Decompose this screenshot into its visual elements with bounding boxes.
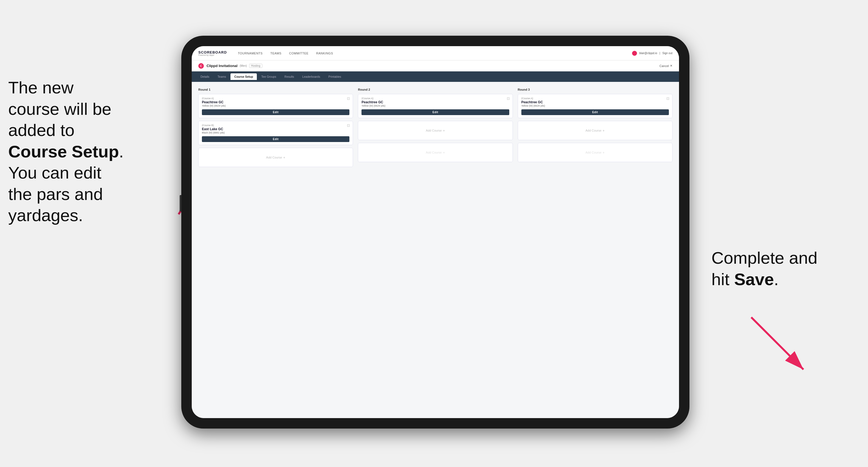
annotation-right-line1: Complete and	[711, 248, 817, 267]
round2-course-a-header: (Course A)	[362, 97, 509, 100]
tournament-title: Clippd Invitational	[207, 64, 238, 68]
round1-course-b-card: (Course B) East Lake GC Black (M) (6891 …	[198, 121, 353, 145]
sign-out-link[interactable]: Sign out	[662, 52, 673, 55]
nav-right-section: blair@clippd.io | Sign out	[632, 51, 673, 56]
cancel-icon: ✕	[670, 64, 673, 68]
scoreboard-logo: SCOREBOARD Powered by clippd	[198, 50, 227, 56]
round3-add-course-disabled-plus-icon: +	[603, 151, 605, 155]
annotation-line2: course will be	[8, 99, 112, 118]
annotation-right-line2-prefix: hit	[711, 270, 734, 289]
round1-course-b-delete-icon[interactable]: ⊡	[347, 123, 350, 127]
tab-details[interactable]: Details	[197, 73, 213, 80]
round3-add-course-button[interactable]: Add Course +	[518, 121, 673, 140]
tournament-gender-tag: (Men)	[240, 64, 247, 67]
annotation-right-line2-bold: Save	[734, 270, 774, 289]
round2-add-course-button[interactable]: Add Course +	[358, 121, 513, 140]
round3-add-course-plus-icon: +	[603, 129, 605, 133]
round2-add-course-disabled-label: Add Course	[426, 151, 442, 154]
round3-course-a-info: Yellow (M) (6629 yds)	[521, 104, 669, 107]
nav-tournaments[interactable]: TOURNAMENTS	[238, 52, 262, 55]
annotation-line7: yardages.	[8, 206, 83, 225]
nav-rankings[interactable]: RANKINGS	[316, 52, 333, 55]
cancel-label: Cancel	[659, 64, 669, 68]
round1-add-course-label: Add Course	[266, 156, 282, 159]
round3-add-course-disabled-button: Add Course +	[518, 143, 673, 162]
round-1-column: Round 1 (Course A) Peachtree GC Yellow (…	[198, 88, 353, 170]
tablet-device: SCOREBOARD Powered by clippd TOURNAMENTS…	[181, 36, 689, 429]
round1-add-course-button[interactable]: Add Course +	[198, 148, 353, 167]
round2-add-course-disabled-button: Add Course +	[358, 143, 513, 162]
annotation-line4-bold: Course Setup	[8, 142, 119, 161]
rounds-container: Round 1 (Course A) Peachtree GC Yellow (…	[198, 88, 673, 170]
nav-teams[interactable]: TEAMS	[270, 52, 281, 55]
round1-course-b-name: East Lake GC	[202, 127, 349, 131]
round1-course-a-edit-button[interactable]: Edit	[202, 109, 349, 115]
round1-course-b-header: (Course B)	[202, 124, 349, 127]
round1-course-a-info: Yellow (M) (6629 yds)	[202, 104, 349, 107]
nav-committee[interactable]: COMMITTEE	[289, 52, 309, 55]
round3-course-a-card: (Course A) Peachtree GC Yellow (M) (6629…	[518, 94, 673, 118]
tabs-bar: Details Teams Course Setup Tee Groups Re…	[192, 71, 679, 82]
round2-course-a-delete-icon[interactable]: ⊡	[507, 96, 510, 100]
round2-course-a-card: (Course A) Peachtree GC Yellow (M) (6629…	[358, 94, 513, 118]
round2-course-a-name: Peachtree GC	[362, 100, 509, 104]
round1-course-a-name: Peachtree GC	[202, 100, 349, 104]
tablet-side-button	[180, 195, 181, 212]
sub-header: C Clippd Invitational (Men) Hosting Canc…	[192, 60, 679, 71]
tab-course-setup[interactable]: Course Setup	[230, 73, 257, 80]
annotation-line1: The new	[8, 78, 73, 97]
brand-letter: C	[200, 64, 202, 68]
round2-add-course-label: Add Course	[426, 129, 442, 132]
round-2-label: Round 2	[358, 88, 513, 91]
tab-tee-groups[interactable]: Tee Groups	[257, 73, 280, 80]
round3-add-course-disabled-label: Add Course	[585, 151, 601, 154]
tab-results[interactable]: Results	[281, 73, 298, 80]
round3-course-a-name: Peachtree GC	[521, 100, 669, 104]
round-3-label: Round 3	[518, 88, 673, 91]
nav-separator: |	[659, 52, 660, 55]
annotation-line6: the pars and	[8, 185, 103, 204]
brand-logo: C	[198, 63, 204, 69]
round2-add-course-disabled-plus-icon: +	[443, 151, 445, 155]
round1-course-b-edit-button[interactable]: Edit	[202, 136, 349, 142]
hosting-badge: Hosting	[249, 64, 262, 68]
tablet-screen: SCOREBOARD Powered by clippd TOURNAMENTS…	[192, 46, 679, 418]
annotation-right: Complete and hit Save.	[711, 247, 860, 290]
round-1-label: Round 1	[198, 88, 353, 91]
round3-course-a-edit-button[interactable]: Edit	[521, 109, 669, 115]
round3-course-a-header: (Course A)	[521, 97, 669, 100]
user-avatar	[632, 51, 637, 56]
round3-add-course-label: Add Course	[585, 129, 601, 132]
tab-leaderboards[interactable]: Leaderboards	[299, 73, 324, 80]
arrow-right-icon	[746, 312, 817, 383]
round-2-column: Round 2 (Course A) Peachtree GC Yellow (…	[358, 88, 513, 170]
annotation-line5: You can edit	[8, 163, 101, 182]
round1-course-a-card: (Course A) Peachtree GC Yellow (M) (6629…	[198, 94, 353, 118]
round1-add-course-plus-icon: +	[283, 155, 285, 160]
round1-course-a-delete-icon[interactable]: ⊡	[347, 96, 350, 100]
main-content: Round 1 (Course A) Peachtree GC Yellow (…	[192, 82, 679, 418]
round2-course-a-info: Yellow (M) (6629 yds)	[362, 104, 509, 107]
top-navigation: SCOREBOARD Powered by clippd TOURNAMENTS…	[192, 46, 679, 60]
tab-printables[interactable]: Printables	[324, 73, 345, 80]
round3-course-a-delete-icon[interactable]: ⊡	[666, 96, 670, 100]
tab-teams[interactable]: Teams	[214, 73, 230, 80]
cancel-button[interactable]: Cancel ✕	[659, 64, 673, 68]
annotation-left: The new course will be added to Course S…	[8, 77, 195, 226]
annotation-line3: added to	[8, 121, 74, 139]
round1-course-a-header: (Course A)	[202, 97, 349, 100]
round-3-column: Round 3 (Course A) Peachtree GC Yellow (…	[518, 88, 673, 170]
round1-course-b-info: Black (M) (6891 yds)	[202, 131, 349, 134]
logo-sub-text: Powered by clippd	[198, 54, 227, 56]
round2-course-a-edit-button[interactable]: Edit	[362, 109, 509, 115]
round2-add-course-plus-icon: +	[443, 129, 445, 133]
logo-main-text: SCOREBOARD	[198, 50, 227, 54]
user-email: blair@clippd.io	[639, 52, 657, 55]
